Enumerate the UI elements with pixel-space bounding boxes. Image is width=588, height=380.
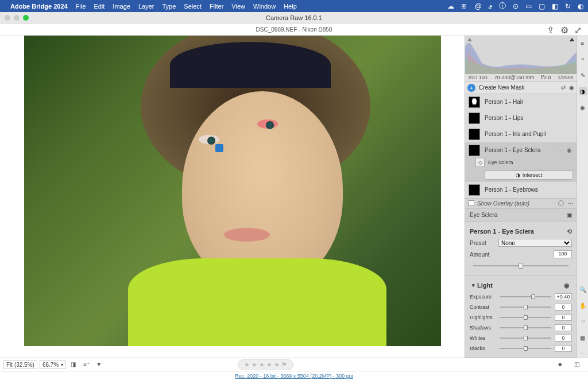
create-mask-label[interactable]: Create New Mask <box>479 84 524 91</box>
mask-item-eyebrows[interactable]: Person 1 - Eyebrows <box>465 182 577 198</box>
hand-tool-icon[interactable]: ✋ <box>579 301 587 309</box>
section-options-icon[interactable]: ▣ <box>567 212 572 218</box>
compare-icon[interactable]: ◨ <box>71 361 79 369</box>
more-tools-icon[interactable]: ⋯ <box>579 350 587 358</box>
highlight-clip-icon[interactable] <box>570 38 574 41</box>
visibility-icon[interactable]: ◉ <box>569 84 574 91</box>
mask-item-eye-sclera[interactable]: Person 1 - Eye Sclera ⋯ ◉ ◇ Eye Sclera ◑… <box>465 142 577 182</box>
slider-track[interactable] <box>500 327 551 328</box>
zoom-tool-icon[interactable]: 🔍 <box>579 285 587 293</box>
export-icon[interactable]: ⇪ <box>547 25 556 34</box>
shadow-clip-icon[interactable] <box>467 38 472 41</box>
sampler-tool-icon[interactable]: ⁙ <box>579 317 587 325</box>
fit-zoom-select[interactable]: Fit (32.5%) <box>3 360 37 369</box>
slider-track[interactable] <box>500 296 551 297</box>
menu-view[interactable]: View <box>231 3 245 10</box>
slider-value[interactable]: 0 <box>555 314 572 321</box>
slider-value[interactable]: 0 <box>555 324 572 331</box>
mask-options-icon[interactable]: ⋯ <box>555 147 566 153</box>
intersect-button[interactable]: ◑ Intersect <box>485 170 573 180</box>
menu-filter[interactable]: Filter <box>210 3 223 10</box>
slider-track[interactable] <box>500 317 551 318</box>
battery-icon[interactable]: ▭ <box>525 2 532 10</box>
invert-icon[interactable]: ⇄ <box>561 84 566 91</box>
heal-tool-icon[interactable]: ✎ <box>579 71 587 79</box>
filmstrip-view-icon[interactable]: ◫ <box>574 361 582 369</box>
panel-reset-icon[interactable]: ⟲ <box>567 228 572 235</box>
star-4[interactable]: ★ <box>266 361 272 369</box>
light-visibility-icon[interactable]: ◉ <box>564 282 570 289</box>
edit-tool-icon[interactable]: ≡ <box>579 39 587 47</box>
cloud-icon[interactable]: ☁ <box>447 2 454 10</box>
slider-thumb[interactable] <box>524 336 528 340</box>
overlay-options-icon[interactable]: ⋯ <box>567 200 573 207</box>
slider-thumb[interactable] <box>531 294 535 299</box>
amount-slider-thumb[interactable] <box>519 263 523 269</box>
mask-marker-icon[interactable] <box>215 144 223 152</box>
grid-tool-icon[interactable]: ▦ <box>579 334 587 342</box>
at-icon[interactable]: @ <box>475 2 482 10</box>
screen-icon[interactable]: ◧ <box>552 2 558 10</box>
shield-icon[interactable]: ⛨ <box>461 2 468 10</box>
filter-icon[interactable]: ▼ <box>96 361 104 369</box>
menu-type[interactable]: Type <box>162 3 176 10</box>
crop-tool-icon[interactable]: ⌗ <box>579 55 587 63</box>
slider-track[interactable] <box>500 348 551 349</box>
section-header-eye-sclera[interactable]: Eye Sclera ▣ <box>465 209 577 222</box>
amount-slider[interactable] <box>473 265 568 266</box>
overlay-color-swatch[interactable] <box>558 200 564 206</box>
slider-value[interactable]: 0 <box>555 345 572 352</box>
slider-value[interactable]: 0 <box>555 335 572 342</box>
slider-value[interactable]: 0 <box>555 304 572 311</box>
menu-help[interactable]: Help <box>284 3 297 10</box>
mask-component[interactable]: ◇ Eye Sclera <box>469 156 573 169</box>
slider-track[interactable] <box>500 307 551 308</box>
slider-thumb[interactable] <box>524 315 528 320</box>
menu-file[interactable]: File <box>76 3 86 10</box>
app-name[interactable]: Adobe Bridge 2024 <box>10 3 68 10</box>
canvas-area[interactable] <box>0 36 465 358</box>
display-icon[interactable]: ▢ <box>539 2 545 10</box>
slider-thumb[interactable] <box>524 346 528 351</box>
window-minimize-button[interactable] <box>14 15 20 21</box>
single-view-icon[interactable]: ■ <box>558 361 566 369</box>
play-icon[interactable]: ⊙ <box>513 2 519 10</box>
mask-item-lips[interactable]: Person 1 - Lips <box>465 110 577 126</box>
mask-item-hair[interactable]: Person 1 - Hair <box>465 94 577 110</box>
reject-flag-icon[interactable]: ⚑ <box>281 361 287 369</box>
file-info-link[interactable]: Rec. 2020 - 16 bit - 3669 x 5504 (20.2MP… <box>0 371 588 380</box>
wifi-icon[interactable]: ⸙ <box>489 2 492 10</box>
sort-icon[interactable]: ≡⁺ <box>83 361 91 369</box>
fullscreen-icon[interactable]: ⤢ <box>574 25 583 34</box>
star-1[interactable]: ★ <box>244 361 250 369</box>
slider-thumb[interactable] <box>524 325 528 330</box>
create-mask-button[interactable]: + <box>467 84 475 92</box>
star-2[interactable]: ★ <box>252 361 257 369</box>
preset-select[interactable]: None <box>498 239 572 247</box>
siri-icon[interactable]: ◐ <box>578 2 583 10</box>
zoom-percent-select[interactable]: 66.7%▾ <box>40 360 66 369</box>
star-5[interactable]: ★ <box>274 361 280 369</box>
show-overlay-checkbox[interactable] <box>469 200 474 206</box>
window-maximize-button[interactable] <box>23 15 29 21</box>
sync-icon[interactable]: ↻ <box>565 2 571 10</box>
settings-gear-icon[interactable]: ⚙ <box>560 25 570 34</box>
redeye-tool-icon[interactable]: ◉ <box>579 103 587 111</box>
mask-item-iris[interactable]: Person 1 - Iris and Pupil <box>465 126 577 142</box>
menu-layer[interactable]: Layer <box>138 3 154 10</box>
menu-edit[interactable]: Edit <box>94 3 105 10</box>
menu-window[interactable]: Window <box>253 3 276 10</box>
info-icon[interactable]: ⓘ <box>499 1 506 11</box>
menu-image[interactable]: Image <box>113 3 130 10</box>
star-3[interactable]: ★ <box>259 361 265 369</box>
menu-select[interactable]: Select <box>184 3 202 10</box>
mask-tool-icon[interactable]: ◑ <box>579 87 587 95</box>
slider-value[interactable]: +0.40 <box>555 293 572 300</box>
slider-thumb[interactable] <box>524 305 528 309</box>
light-header[interactable]: ▾ Light ◉ <box>470 279 572 292</box>
slider-track[interactable] <box>500 338 551 339</box>
window-close-button[interactable] <box>5 15 10 21</box>
histogram[interactable] <box>465 36 577 74</box>
amount-value[interactable]: 100 <box>554 250 572 258</box>
mask-visibility-icon[interactable]: ◉ <box>566 147 573 153</box>
